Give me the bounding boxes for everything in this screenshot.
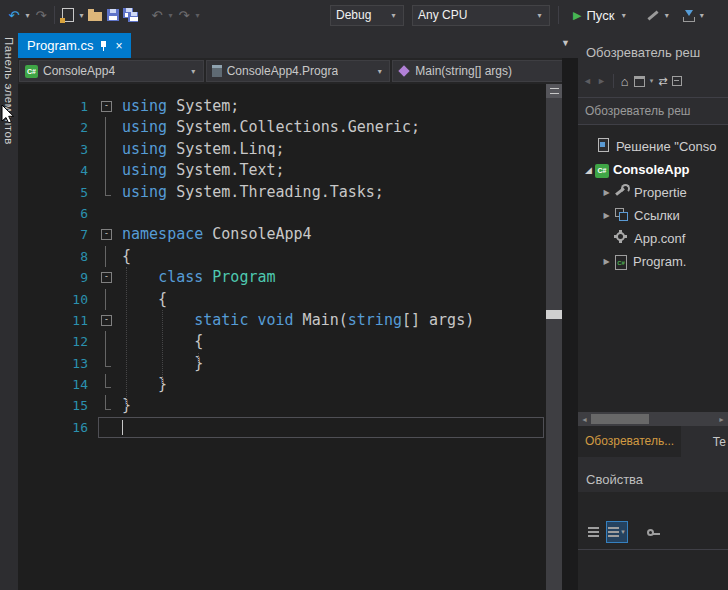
solution-platforms-combo[interactable]: Any CPU ▾ <box>412 5 550 26</box>
code-line[interactable]: 15} <box>18 395 546 416</box>
navbar-member-dropdown[interactable]: Main(string[] args) ▾ <box>392 60 577 82</box>
code-line[interactable]: 7-namespace ConsoleApp4 <box>18 224 546 245</box>
start-caret-icon[interactable]: ▾ <box>619 11 628 20</box>
expanded-arrow-icon[interactable]: ◢ <box>582 165 595 175</box>
switch-views-icon[interactable] <box>634 76 645 87</box>
collapse-all-icon[interactable] <box>672 76 682 86</box>
editor-splitter-handle[interactable] <box>546 84 562 98</box>
scrollbar-thumb[interactable] <box>546 310 562 319</box>
panel-tab-active[interactable]: Обозреватель... <box>578 426 681 457</box>
navigate-back-icon[interactable]: ↶ <box>5 5 23 25</box>
line-number: 12 <box>18 331 98 352</box>
outline-margin: - <box>98 267 116 288</box>
tree-item[interactable]: ▶Propertie <box>578 181 728 204</box>
code-line[interactable]: 14 } <box>18 374 546 395</box>
save-all-icon[interactable] <box>122 5 140 25</box>
method-icon <box>399 65 410 76</box>
open-file-icon[interactable] <box>86 5 104 25</box>
collapse-region-icon[interactable]: - <box>101 229 112 240</box>
code-line[interactable]: 10 { <box>18 289 546 310</box>
panel-tab-inactive[interactable]: Те <box>706 435 728 449</box>
collapse-region-icon[interactable]: - <box>101 272 112 283</box>
collapse-region-icon[interactable]: - <box>101 315 112 326</box>
code-line[interactable]: 9- class Program <box>18 267 546 288</box>
code-editor[interactable]: 1-using System;2using System.Collections… <box>18 84 546 590</box>
play-icon: ▶ <box>573 9 581 22</box>
editor-navigation-bar: C# ConsoleApp4 ▾ ConsoleApp4.Progra ▾ Ma… <box>18 58 578 84</box>
code-line[interactable]: 5using System.Threading.Tasks; <box>18 182 546 203</box>
code-line[interactable]: 13 } <box>18 353 546 374</box>
code-line[interactable]: 4using System.Text; <box>18 160 546 181</box>
toolbar-extra-caret-icon[interactable]: ▾ <box>662 11 671 20</box>
property-pages-key-icon[interactable] <box>642 521 664 543</box>
collapse-region-icon[interactable]: - <box>101 101 112 112</box>
solution-search-input[interactable]: Обозреватель реш <box>578 97 728 125</box>
tree-item[interactable]: ▶Ссылки <box>578 204 728 227</box>
close-icon[interactable]: × <box>115 39 122 53</box>
code-line[interactable]: 1-using System; <box>18 96 546 117</box>
save-icon[interactable] <box>104 5 122 25</box>
undo-icon[interactable]: ↶ <box>148 5 166 25</box>
code-line[interactable]: 6 <box>18 203 546 224</box>
switch-views-caret-icon[interactable]: ▾ <box>650 77 654 85</box>
code-line[interactable]: 3using System.Linq; <box>18 139 546 160</box>
toolbar-extra-icon-2[interactable] <box>679 5 697 25</box>
solution-configurations-value: Debug <box>336 8 371 22</box>
outline-margin: - <box>98 96 116 117</box>
collapsed-arrow-icon[interactable]: ▶ <box>600 211 613 220</box>
new-project-icon[interactable] <box>59 5 77 25</box>
tab-program-cs[interactable]: Program.cs × <box>18 33 131 58</box>
csharp-project-icon: C# <box>595 164 609 178</box>
toolbar-extra-icon-1[interactable] <box>644 5 662 25</box>
navbar-type-dropdown[interactable]: ConsoleApp4.Progra ▾ <box>206 60 391 82</box>
navigate-back-caret-icon[interactable]: ▾ <box>23 11 32 20</box>
code-line[interactable]: 8{ <box>18 246 546 267</box>
code-text: using System.Text; <box>116 160 285 181</box>
se-back-icon[interactable]: ◄ <box>583 76 592 86</box>
line-number: 5 <box>18 182 98 203</box>
collapsed-arrow-icon[interactable]: ▶ <box>600 188 613 197</box>
code-line[interactable]: 16 <box>18 417 546 438</box>
collapsed-arrow-icon[interactable]: ▶ <box>600 257 613 266</box>
alphabetical-icon[interactable]: ▼ <box>606 521 628 543</box>
tree-item[interactable]: Решение "Conso <box>578 135 728 158</box>
new-project-caret-icon[interactable]: ▾ <box>77 11 86 20</box>
line-number: 2 <box>18 117 98 138</box>
code-line[interactable]: 2using System.Collections.Generic; <box>18 117 546 138</box>
navbar-project-dropdown[interactable]: C# ConsoleApp4 ▾ <box>19 60 204 82</box>
navbar-project-label: ConsoleApp4 <box>43 64 115 78</box>
code-text: using System.Threading.Tasks; <box>116 182 384 203</box>
scroll-left-icon[interactable]: ◄ <box>578 416 591 423</box>
combo-caret-icon: ▾ <box>389 11 398 20</box>
code-line[interactable]: 11- static void Main(string[] args) <box>18 310 546 331</box>
editor-vertical-scrollbar[interactable] <box>546 84 562 590</box>
navigate-forward-icon[interactable]: ↷ <box>32 5 50 25</box>
redo-caret-icon[interactable]: ▾ <box>193 11 202 20</box>
code-text: using System; <box>116 96 239 117</box>
pin-icon[interactable] <box>100 41 108 51</box>
scrollbar-thumb[interactable] <box>591 414 649 424</box>
outline-end-tick <box>105 387 111 388</box>
divider <box>578 549 728 550</box>
code-text: { <box>116 331 203 352</box>
tree-item[interactable]: ▶C#Program. <box>578 250 728 273</box>
tab-list-dropdown-icon[interactable]: ▼ <box>561 38 570 48</box>
outline-connector <box>105 182 106 196</box>
solution-configurations-combo[interactable]: Debug ▾ <box>330 5 404 26</box>
redo-icon[interactable]: ↷ <box>175 5 193 25</box>
start-debugging-button[interactable]: ▶ Пуск ▾ <box>573 8 628 23</box>
code-line[interactable]: 12 { <box>18 331 546 352</box>
tree-horizontal-scrollbar[interactable]: ◄ ► <box>578 412 728 426</box>
solution-tree: Решение "Conso◢C#ConsoleApp▶Propertie▶Сс… <box>578 125 728 389</box>
tree-item[interactable]: ◢C#ConsoleApp <box>578 158 728 181</box>
code-text: } <box>116 395 131 416</box>
categorized-icon[interactable] <box>582 521 604 543</box>
undo-caret-icon[interactable]: ▾ <box>166 11 175 20</box>
se-forward-icon[interactable]: ► <box>597 76 606 86</box>
scroll-right-icon[interactable]: ► <box>715 416 728 423</box>
home-icon[interactable]: ⌂ <box>621 74 629 89</box>
tree-item-label: App.conf <box>634 231 685 246</box>
sync-with-active-document-icon[interactable]: ⇄ <box>658 75 667 88</box>
toolbar-extra-caret-icon[interactable]: ▾ <box>697 11 706 20</box>
tree-item[interactable]: App.conf <box>578 227 728 250</box>
